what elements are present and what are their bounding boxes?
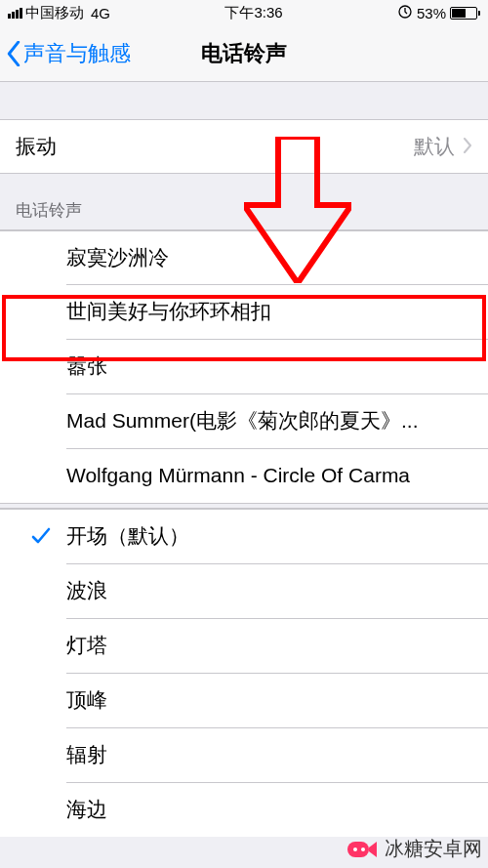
section-header: 电话铃声 [0,174,488,229]
vibration-label: 振动 [16,133,414,160]
ringtone-label: 海边 [66,796,472,823]
ringtone-label: Wolfgang Mürmann - Circle Of Carma [66,464,472,487]
watermark-text: 冰糖安卓网 [385,836,482,862]
ringtone-label: 波浪 [66,577,472,604]
chevron-left-icon [6,41,21,66]
ringtone-row[interactable]: 灯塔 [0,618,488,673]
network-label: 4G [91,5,110,21]
ringtone-label: 嚣张 [66,352,472,380]
ringtone-row[interactable]: 辐射 [0,727,488,782]
ringtone-row[interactable]: 海边 [0,782,488,837]
ringtone-row[interactable]: 嚣张 [0,339,488,393]
carrier-label: 中国移动 [25,4,84,22]
status-left: 中国移动 4G [8,4,110,22]
ringtone-row[interactable]: 波浪 [0,563,488,618]
nav-bar: 声音与触感 电话铃声 [0,25,488,82]
checkmark-icon [16,525,66,547]
watermark-icon [346,838,379,861]
ringtone-row[interactable]: 顶峰 [0,673,488,727]
back-button[interactable]: 声音与触感 [0,39,131,68]
status-bar: 中国移动 4G 下午3:36 53% [0,0,488,25]
ringtone-label: 开场（默认） [66,522,472,550]
ringtone-row[interactable]: 世间美好与你环环相扣 [0,284,488,339]
ringtone-row[interactable]: Mad Summer(电影《菊次郎的夏天》... [0,393,488,448]
ringtone-row[interactable]: 开场（默认） [0,509,488,563]
custom-tones-list: 寂寞沙洲冷 世间美好与你环环相扣 嚣张 Mad Summer(电影《菊次郎的夏天… [0,229,488,503]
ringtone-label: 顶峰 [66,686,472,714]
svg-rect-1 [347,842,369,857]
svg-point-3 [361,847,365,851]
battery-icon [450,7,480,20]
status-right: 53% [397,4,480,22]
ringtone-label: 世间美好与你环环相扣 [66,298,472,325]
chevron-right-icon [463,135,472,158]
svg-point-2 [353,847,357,851]
ringtone-label: Mad Summer(电影《菊次郎的夏天》... [66,407,472,434]
ringtone-row[interactable]: 寂寞沙洲冷 [0,229,488,284]
ringtone-label: 寂寞沙洲冷 [66,244,472,271]
battery-pct: 53% [417,5,446,21]
builtin-tones-list: 开场（默认） 波浪 灯塔 顶峰 辐射 海边 [0,509,488,837]
status-time: 下午3:36 [224,4,282,22]
vibration-value: 默认 [414,133,455,160]
back-label: 声音与触感 [23,39,131,68]
vibration-row[interactable]: 振动 默认 [0,119,488,174]
ringtone-label: 辐射 [66,741,472,768]
signal-icon [8,8,22,19]
ringtone-label: 灯塔 [66,632,472,659]
watermark: 冰糖安卓网 [346,836,482,862]
rotation-lock-icon [397,4,413,22]
ringtone-row[interactable]: Wolfgang Mürmann - Circle Of Carma [0,448,488,503]
